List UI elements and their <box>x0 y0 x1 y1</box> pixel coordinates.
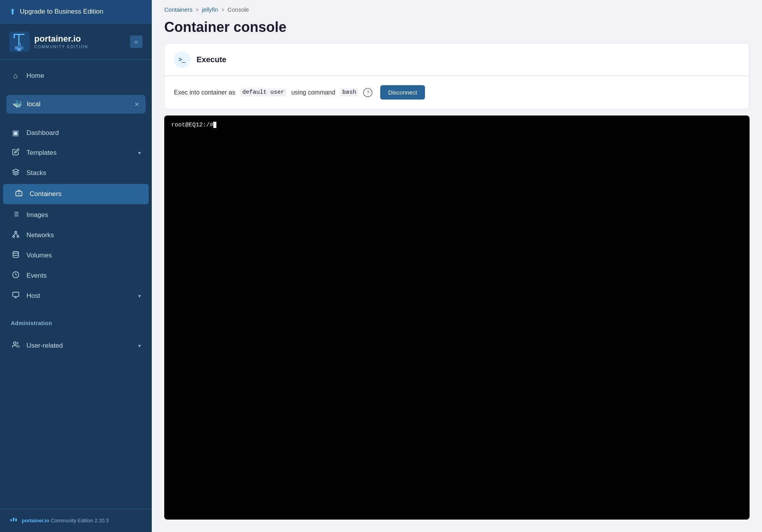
sidebar-item-events[interactable]: Events <box>0 266 152 286</box>
host-icon <box>11 291 20 301</box>
logo-wrapper: portainer.io COMMUNITY EDITION <box>9 32 88 52</box>
footer-edition-text: Community Edition 2.20.3 <box>51 518 109 523</box>
logo-name: portainer.io <box>34 34 88 44</box>
execute-card: >_ Execute Exec into container as defaul… <box>164 43 750 109</box>
svg-marker-9 <box>12 169 19 172</box>
logo-edition: COMMUNITY EDITION <box>34 45 88 49</box>
environment-name: local <box>27 100 130 108</box>
sidebar-item-containers[interactable]: Containers <box>3 184 149 204</box>
sidebar-item-networks[interactable]: Networks <box>0 225 152 245</box>
sidebar: ⬆ Upgrade to Business Edition <box>0 0 152 532</box>
exec-description-prefix: Exec into container as <box>174 89 235 96</box>
terminal-prompt-line: root@EQ12:/# <box>171 122 743 128</box>
home-nav-section: ⌂ Home <box>0 60 152 92</box>
breadcrumb-sep-1: > <box>196 7 199 13</box>
sidebar-item-stacks[interactable]: Stacks <box>0 163 152 183</box>
footer-brand-name: portainer.io <box>22 518 49 523</box>
content-area: >_ Execute Exec into container as defaul… <box>152 43 762 532</box>
sidebar-stacks-label: Stacks <box>26 169 141 177</box>
breadcrumb-jellyfin-link[interactable]: jellyfin <box>202 6 218 13</box>
logo-section: portainer.io COMMUNITY EDITION « <box>0 24 152 60</box>
execute-icon: >_ <box>174 51 190 68</box>
svg-point-24 <box>13 252 18 254</box>
execute-title: Execute <box>197 55 226 64</box>
exec-command-code: bash <box>340 88 358 96</box>
svg-rect-32 <box>16 518 17 521</box>
templates-arrow-icon: ▾ <box>138 150 141 156</box>
portainer-logo-icon <box>9 32 30 52</box>
images-icon <box>11 210 20 220</box>
sidebar-user-related-label: User-related <box>26 342 132 350</box>
sidebar-images-label: Images <box>26 211 141 219</box>
environment-close-icon[interactable]: ✕ <box>134 101 139 108</box>
sidebar-item-volumes[interactable]: Volumes <box>0 245 152 266</box>
main-content: Containers > jellyfin > Console Containe… <box>152 0 762 532</box>
svg-line-23 <box>16 233 18 235</box>
exec-user-code: default user <box>240 88 286 96</box>
sidebar-volumes-label: Volumes <box>26 252 141 259</box>
breadcrumb-sep-2: > <box>221 7 224 13</box>
environment-section: 🐳 local ✕ <box>0 92 152 117</box>
sidebar-item-home[interactable]: ⌂ Home <box>0 66 152 86</box>
containers-icon <box>14 189 23 199</box>
footer-logo-icon <box>9 515 18 526</box>
administration-section-label: Administration <box>0 312 152 329</box>
networks-icon <box>11 231 20 240</box>
user-related-icon <box>11 341 20 350</box>
svg-point-19 <box>15 231 17 233</box>
upgrade-banner[interactable]: ⬆ Upgrade to Business Edition <box>0 0 152 24</box>
sidebar-host-label: Host <box>26 292 132 300</box>
terminal[interactable]: root@EQ12:/# <box>164 116 750 520</box>
footer-version-text: portainer.io Community Edition 2.20.3 <box>22 518 109 523</box>
svg-rect-26 <box>12 292 19 296</box>
upgrade-icon: ⬆ <box>9 7 16 16</box>
svg-rect-8 <box>17 48 21 51</box>
events-icon <box>11 271 20 280</box>
sidebar-item-user-related[interactable]: User-related ▾ <box>0 336 152 356</box>
user-related-arrow-icon: ▾ <box>138 343 141 349</box>
page-title-section: Container console <box>152 18 762 43</box>
breadcrumb-containers-link[interactable]: Containers <box>164 6 193 13</box>
svg-rect-1 <box>18 34 19 45</box>
svg-line-22 <box>13 233 16 235</box>
disconnect-button[interactable]: Disconnect <box>380 85 425 100</box>
svg-point-29 <box>13 342 16 344</box>
terminal-cursor <box>213 122 216 128</box>
stacks-icon <box>11 168 20 178</box>
sidebar-networks-label: Networks <box>26 231 141 239</box>
sidebar-templates-label: Templates <box>26 149 132 157</box>
admin-nav-section: User-related ▾ <box>0 329 152 362</box>
home-icon: ⌂ <box>11 72 20 80</box>
svg-point-20 <box>12 236 14 238</box>
sidebar-item-templates[interactable]: Templates ▾ <box>0 143 152 163</box>
host-arrow-icon: ▾ <box>138 293 141 299</box>
upgrade-banner-text: Upgrade to Business Edition <box>20 8 104 16</box>
svg-rect-31 <box>13 518 14 521</box>
sidebar-home-label: Home <box>26 72 141 80</box>
templates-icon <box>11 148 20 158</box>
dashboard-icon: ▣ <box>11 128 20 137</box>
svg-rect-3 <box>14 34 15 38</box>
breadcrumb: Containers > jellyfin > Console <box>152 0 762 18</box>
volumes-icon <box>11 251 20 260</box>
execute-card-header: >_ Execute <box>165 44 749 76</box>
sidebar-containers-label: Containers <box>30 190 138 198</box>
sidebar-item-host[interactable]: Host ▾ <box>0 286 152 306</box>
svg-rect-30 <box>11 519 12 522</box>
help-icon[interactable]: ? <box>363 88 372 97</box>
sidebar-item-images[interactable]: Images <box>0 205 152 225</box>
breadcrumb-current: Console <box>228 6 249 13</box>
environment-item-local[interactable]: 🐳 local ✕ <box>6 95 146 114</box>
sidebar-collapse-button[interactable]: « <box>130 35 142 48</box>
execute-body: Exec into container as default user usin… <box>165 76 749 109</box>
svg-point-21 <box>17 236 19 238</box>
sidebar-footer: portainer.io Community Edition 2.20.3 <box>0 509 152 532</box>
svg-point-5 <box>19 44 20 46</box>
logo-text: portainer.io COMMUNITY EDITION <box>34 34 88 49</box>
sidebar-events-label: Events <box>26 272 141 280</box>
main-nav-section: ▣ Dashboard Templates ▾ Stacks Container… <box>0 117 152 312</box>
page-title: Container console <box>164 19 750 35</box>
sidebar-item-dashboard[interactable]: ▣ Dashboard <box>0 123 152 143</box>
docker-icon: 🐳 <box>12 100 22 109</box>
exec-using-text: using command <box>291 89 335 96</box>
